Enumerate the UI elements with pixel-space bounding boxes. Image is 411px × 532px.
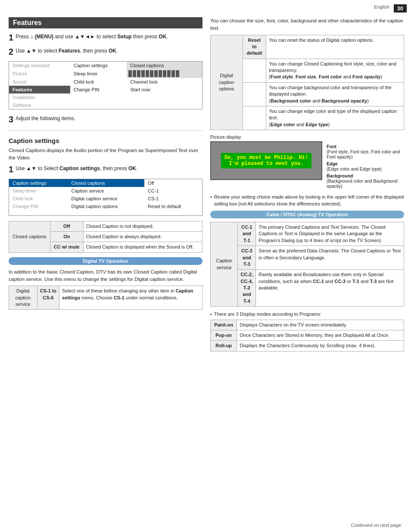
features-title: Features	[9, 17, 202, 28]
menu-progress-bar	[127, 69, 202, 78]
caption-menu-col3-row2: CC-1	[144, 187, 202, 195]
caption-step1-num: 1	[9, 165, 13, 174]
cs-cc2-cc4-t2-t4: CC-2,CC-4, T-2and T-4	[238, 270, 256, 307]
cc-option-mute: CC w/ mute	[50, 242, 83, 252]
cc-option-off: Off	[50, 221, 83, 231]
cs-cc1-t1: CC-1 andT-1	[238, 222, 256, 246]
dco-edge-cell	[243, 106, 266, 130]
cc-desc-mute: Closed Caption is displayed when the Sou…	[83, 242, 202, 252]
caption-menu-col2-row2: Caption service	[68, 187, 145, 195]
step2-num: 2	[9, 47, 13, 57]
cs-cc2-desc: Rarely available and Broadcasters use th…	[256, 270, 404, 307]
step1-text: Press ⌂ (MENU) and use ▲▼◄► to select Se…	[16, 33, 202, 40]
mode-roll-up-desc: Displays the Characters Continuously by …	[237, 341, 404, 351]
picture-labels: Font (Font style, Font size, Font color …	[327, 143, 404, 190]
picture-box: So, you must be Philip. Hi! I'm pleased …	[210, 141, 322, 180]
menu-features: Features	[9, 86, 70, 93]
dco-bg-cell	[243, 82, 266, 106]
caption-menu-col1-row3: Child lock	[9, 195, 68, 202]
step3-num: 3	[9, 115, 13, 124]
closed-captions-label: Closed captions	[9, 221, 50, 252]
mode-pop-on-desc: Once Characters are Stored in Memory, th…	[237, 330, 404, 341]
menu-change-pin: Change PIN	[70, 86, 127, 93]
mode-paint-on: Paint-on	[211, 320, 237, 330]
divider1	[9, 131, 202, 131]
cs-range: CS-1 toCS-6	[37, 286, 59, 310]
edge-desc: (Edge color and Edge type)	[327, 166, 382, 171]
caption-menu-col2-row3: Digital caption service	[68, 195, 145, 202]
cs-cc3-t3: CC-3 andT-3	[238, 246, 256, 270]
digital-tv-text: In addition to the basic Closed Caption,…	[9, 268, 202, 283]
caption-menu-col1-row1: Caption settings	[9, 179, 68, 187]
progress-bar-visual	[128, 70, 200, 77]
step3-block: 3 Adjust the following items.	[9, 115, 202, 124]
continued-label: Continued on next page.	[351, 523, 402, 528]
language-label: English	[374, 4, 389, 9]
left-column: Features 1 Press ⌂ (MENU) and use ▲▼◄► t…	[9, 17, 202, 314]
caption-menu-col3-row4: Reset to default	[144, 202, 202, 210]
caption-step1-text: Use ▲▼ to Select Caption settings, then …	[16, 165, 202, 172]
step2-content: Use ▲▼ to select Features, then press OK…	[16, 47, 202, 57]
digital-caption-options-label: Digital captionoptions	[211, 35, 243, 130]
caption-line1: So, you must be Philip. Hi!	[224, 155, 308, 161]
edge-label-line: Edge (Edge color and Edge type)	[327, 161, 404, 171]
caption-menu-col1-row2: Sleep timer	[9, 187, 68, 195]
mode-roll-up: Roll-up	[211, 341, 237, 351]
menu-settings-assistant: Settings assistant	[9, 62, 70, 70]
display-modes-label: There are 3 Display modes according to P…	[210, 311, 404, 317]
mode-paint-on-desc: Displays Characters on the TV screen imm…	[237, 320, 404, 330]
caption-display-box: So, you must be Philip. Hi! I'm pleased …	[221, 153, 311, 168]
step3-text: Adjust the following items.	[16, 115, 202, 122]
picture-display-label: Picture display	[210, 134, 404, 140]
caption-service-label: Caption service	[211, 222, 238, 306]
caption-menu-col1-row4: Change PIN	[9, 202, 68, 210]
step1-num: 1	[9, 33, 13, 43]
caption-settings-title: Caption settings	[9, 137, 202, 144]
menu-start-now: Start now	[127, 86, 202, 93]
menu-installation: Installation	[9, 93, 70, 101]
dco-reset-desc: You can reset the status of Digital capt…	[266, 35, 404, 59]
menu-sleep-timer: Sleep timer	[70, 69, 127, 78]
caption-menu-col3-row1: Off	[144, 179, 202, 187]
step3-content: Adjust the following items.	[16, 115, 202, 124]
cc-option-on: On	[50, 231, 83, 242]
background-label-line: Background (Background color and Backgro…	[327, 173, 404, 189]
right-intro: You can choose the size, font, color, ba…	[210, 17, 404, 32]
menu-child-lock: Child lock	[70, 78, 127, 86]
step1-content: Press ⌂ (MENU) and use ▲▼◄► to select Se…	[16, 33, 202, 43]
caption-menu-table: Caption settings Closed captions Off Sle…	[9, 179, 202, 216]
digital-caption-options-table: Digital captionoptions Reset todefault Y…	[210, 35, 404, 131]
right-column: You can choose the size, font, color, ba…	[210, 17, 404, 356]
dco-reset-key: Reset todefault	[243, 35, 266, 59]
menu-software: Software	[9, 101, 70, 109]
mode-pop-on: Pop-on	[211, 330, 237, 341]
menu-picture: Picture	[9, 69, 70, 78]
menu-sound: Sound	[9, 78, 70, 86]
caption-step1-block: 1 Use ▲▼ to Select Caption settings, the…	[9, 165, 202, 174]
closed-captions-table: Closed captions Off Closed Caption is no…	[9, 221, 202, 253]
caption-line2: I'm pleased to meet you.	[224, 161, 308, 167]
dco-edge-desc: You can change edge color and type of th…	[266, 106, 404, 130]
caption-menu-col2-row1: Closed captions	[68, 179, 145, 187]
menu-closed-captions-label: Closed captions	[127, 62, 202, 70]
caption-menu-col3-row3: CS-1	[144, 195, 202, 202]
menu-channel-lock: Channel lock	[127, 78, 202, 86]
caption-service-table: Caption service CC-1 andT-1 The primary …	[210, 222, 404, 307]
cs-cc1-t1-desc: The primary Closed Captions and Text Ser…	[256, 222, 404, 246]
features-menu-table: Settings assistant Caption settings Clos…	[9, 61, 202, 109]
font-label-line: Font (Font style, Font size, Font color …	[327, 144, 404, 159]
caption-step1-content: Use ▲▼ to Select Caption settings, then …	[16, 165, 202, 174]
cc-desc-off: Closed Caption is not displayed.	[83, 221, 202, 231]
cable-ntsc-banner: Cable / NTSC (Analog) TV Operation	[210, 211, 404, 218]
step1-block: 1 Press ⌂ (MENU) and use ▲▼◄► to select …	[9, 33, 202, 43]
display-modes-table: Paint-on Displays Characters on the TV s…	[210, 320, 404, 352]
page-number: 30	[394, 4, 407, 12]
digital-caption-service-table: Digital captionservice CS-1 toCS-6 Selec…	[9, 286, 202, 310]
picture-display-area: Picture display So, you must be Philip. …	[210, 134, 404, 190]
caption-menu-col2-row4: Digital caption options	[68, 202, 145, 210]
background-desc: (Background color and Background opacity…	[327, 178, 398, 189]
review-bullet: Review your setting choice made above by…	[210, 194, 404, 207]
caption-desc: Closed Captions displays the Audio porti…	[9, 147, 202, 162]
dco-font-cell	[243, 59, 266, 82]
digital-caption-service-desc: Select one of these before changing any …	[59, 286, 202, 310]
